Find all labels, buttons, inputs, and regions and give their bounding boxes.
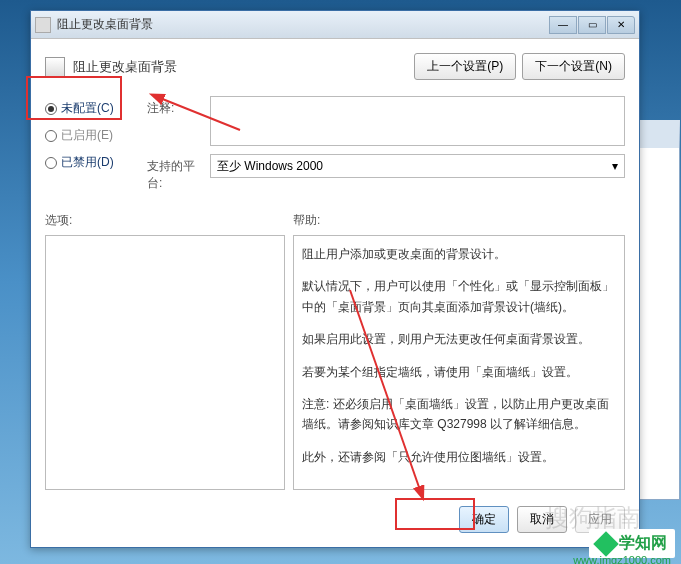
comment-row: 注释:	[147, 96, 625, 146]
platform-value: 至少 Windows 2000	[217, 158, 323, 175]
header-row: 阻止更改桌面背景 上一个设置(P) 下一个设置(N)	[45, 53, 625, 88]
help-paragraph: 注意: 还必须启用「桌面墙纸」设置，以防止用户更改桌面墙纸。请参阅知识库文章 Q…	[302, 394, 616, 435]
cancel-button[interactable]: 取消	[517, 506, 567, 533]
content-area: 阻止更改桌面背景 上一个设置(P) 下一个设置(N) 未配置(C) 已启用(E)	[31, 39, 639, 547]
radio-enabled[interactable]: 已启用(E)	[45, 127, 135, 144]
policy-title: 阻止更改桌面背景	[73, 58, 177, 76]
help-label: 帮助:	[293, 212, 625, 229]
logo-url: www.jmqz1000.com	[573, 554, 671, 564]
gpo-dialog-window: 阻止更改桌面背景 — ▭ ✕ 阻止更改桌面背景 上一个设置(P) 下一个设置(N…	[30, 10, 640, 548]
help-paragraph: 此外，还请参阅「只允许使用位图墙纸」设置。	[302, 447, 616, 467]
options-label: 选项:	[45, 212, 285, 229]
window-icon	[35, 17, 51, 33]
radio-disabled[interactable]: 已禁用(D)	[45, 154, 135, 171]
right-fields: 注释: 支持的平台: 至少 Windows 2000 ▾	[147, 96, 625, 200]
options-box	[45, 235, 285, 490]
radio-icon	[45, 130, 57, 142]
window-controls: — ▭ ✕	[549, 16, 635, 34]
footer-buttons: 确定 取消 应用	[45, 500, 625, 533]
help-column: 帮助: 阻止用户添加或更改桌面的背景设计。 默认情况下，用户可以使用「个性化」或…	[293, 212, 625, 490]
config-area: 未配置(C) 已启用(E) 已禁用(D) 注释: 支持的平台:	[45, 96, 625, 200]
prev-setting-button[interactable]: 上一个设置(P)	[414, 53, 516, 80]
logo-diamond-icon	[593, 531, 618, 556]
logo-text: 学知网	[619, 533, 667, 554]
platform-row: 支持的平台: 至少 Windows 2000 ▾	[147, 154, 625, 192]
comment-label: 注释:	[147, 96, 202, 146]
next-setting-button[interactable]: 下一个设置(N)	[522, 53, 625, 80]
platform-label: 支持的平台:	[147, 154, 202, 192]
close-button[interactable]: ✕	[607, 16, 635, 34]
options-column: 选项:	[45, 212, 285, 490]
header-left: 阻止更改桌面背景	[45, 57, 177, 77]
help-paragraph: 阻止用户添加或更改桌面的背景设计。	[302, 244, 616, 264]
maximize-button[interactable]: ▭	[578, 16, 606, 34]
window-title: 阻止更改桌面背景	[57, 16, 549, 33]
policy-icon	[45, 57, 65, 77]
radio-group: 未配置(C) 已启用(E) 已禁用(D)	[45, 96, 135, 200]
help-paragraph: 默认情况下，用户可以使用「个性化」或「显示控制面板」中的「桌面背景」页向其桌面添…	[302, 276, 616, 317]
comment-textarea[interactable]	[210, 96, 625, 146]
help-box: 阻止用户添加或更改桌面的背景设计。 默认情况下，用户可以使用「个性化」或「显示控…	[293, 235, 625, 490]
radio-icon	[45, 103, 57, 115]
radio-icon	[45, 157, 57, 169]
lower-section: 选项: 帮助: 阻止用户添加或更改桌面的背景设计。 默认情况下，用户可以使用「个…	[45, 212, 625, 490]
platform-select[interactable]: 至少 Windows 2000 ▾	[210, 154, 625, 178]
titlebar: 阻止更改桌面背景 — ▭ ✕	[31, 11, 639, 39]
radio-label: 已启用(E)	[61, 127, 113, 144]
minimize-button[interactable]: —	[549, 16, 577, 34]
radio-label: 已禁用(D)	[61, 154, 114, 171]
radio-label: 未配置(C)	[61, 100, 114, 117]
help-paragraph: 如果启用此设置，则用户无法更改任何桌面背景设置。	[302, 329, 616, 349]
nav-buttons: 上一个设置(P) 下一个设置(N)	[414, 53, 625, 80]
chevron-down-icon: ▾	[612, 159, 618, 173]
help-paragraph: 若要为某个组指定墙纸，请使用「桌面墙纸」设置。	[302, 362, 616, 382]
radio-not-configured[interactable]: 未配置(C)	[45, 100, 135, 117]
ok-button[interactable]: 确定	[459, 506, 509, 533]
